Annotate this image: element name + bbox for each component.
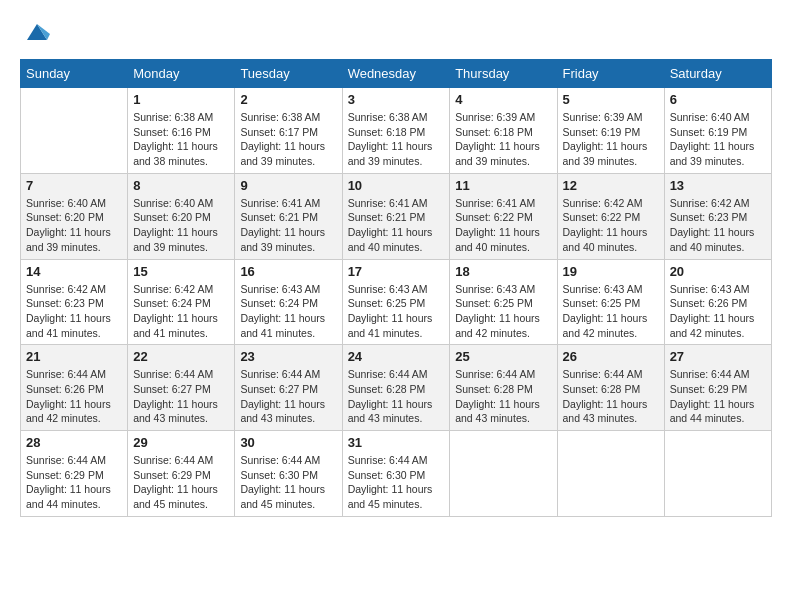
cell-info: Sunrise: 6:43 AMSunset: 6:24 PMDaylight:… [240,282,336,341]
day-number: 5 [563,92,659,107]
cell-info: Sunrise: 6:44 AMSunset: 6:28 PMDaylight:… [563,367,659,426]
column-header-tuesday: Tuesday [235,60,342,88]
column-header-monday: Monday [128,60,235,88]
cell-info: Sunrise: 6:43 AMSunset: 6:25 PMDaylight:… [455,282,551,341]
week-row-5: 28Sunrise: 6:44 AMSunset: 6:29 PMDayligh… [21,431,772,517]
day-number: 17 [348,264,445,279]
day-number: 12 [563,178,659,193]
column-header-sunday: Sunday [21,60,128,88]
cell-info: Sunrise: 6:38 AMSunset: 6:16 PMDaylight:… [133,110,229,169]
day-number: 28 [26,435,122,450]
cell-info: Sunrise: 6:43 AMSunset: 6:25 PMDaylight:… [563,282,659,341]
week-row-3: 14Sunrise: 6:42 AMSunset: 6:23 PMDayligh… [21,259,772,345]
calendar-cell [450,431,557,517]
day-number: 8 [133,178,229,193]
cell-info: Sunrise: 6:44 AMSunset: 6:27 PMDaylight:… [133,367,229,426]
calendar-cell: 21Sunrise: 6:44 AMSunset: 6:26 PMDayligh… [21,345,128,431]
calendar-cell: 17Sunrise: 6:43 AMSunset: 6:25 PMDayligh… [342,259,450,345]
cell-info: Sunrise: 6:44 AMSunset: 6:28 PMDaylight:… [348,367,445,426]
calendar-cell: 11Sunrise: 6:41 AMSunset: 6:22 PMDayligh… [450,173,557,259]
calendar-cell: 13Sunrise: 6:42 AMSunset: 6:23 PMDayligh… [664,173,771,259]
day-number: 19 [563,264,659,279]
calendar-cell: 2Sunrise: 6:38 AMSunset: 6:17 PMDaylight… [235,88,342,174]
day-number: 3 [348,92,445,107]
day-number: 13 [670,178,766,193]
cell-info: Sunrise: 6:44 AMSunset: 6:30 PMDaylight:… [348,453,445,512]
day-number: 4 [455,92,551,107]
day-number: 20 [670,264,766,279]
calendar-cell: 6Sunrise: 6:40 AMSunset: 6:19 PMDaylight… [664,88,771,174]
calendar-cell: 5Sunrise: 6:39 AMSunset: 6:19 PMDaylight… [557,88,664,174]
calendar-cell: 8Sunrise: 6:40 AMSunset: 6:20 PMDaylight… [128,173,235,259]
calendar-cell: 31Sunrise: 6:44 AMSunset: 6:30 PMDayligh… [342,431,450,517]
cell-info: Sunrise: 6:42 AMSunset: 6:22 PMDaylight:… [563,196,659,255]
column-header-friday: Friday [557,60,664,88]
calendar-cell: 3Sunrise: 6:38 AMSunset: 6:18 PMDaylight… [342,88,450,174]
page-header [20,20,772,49]
calendar-cell: 12Sunrise: 6:42 AMSunset: 6:22 PMDayligh… [557,173,664,259]
cell-info: Sunrise: 6:44 AMSunset: 6:27 PMDaylight:… [240,367,336,426]
calendar-cell: 25Sunrise: 6:44 AMSunset: 6:28 PMDayligh… [450,345,557,431]
cell-info: Sunrise: 6:42 AMSunset: 6:23 PMDaylight:… [670,196,766,255]
cell-info: Sunrise: 6:39 AMSunset: 6:18 PMDaylight:… [455,110,551,169]
calendar-cell: 1Sunrise: 6:38 AMSunset: 6:16 PMDaylight… [128,88,235,174]
cell-info: Sunrise: 6:40 AMSunset: 6:20 PMDaylight:… [26,196,122,255]
day-number: 27 [670,349,766,364]
day-number: 2 [240,92,336,107]
calendar-cell: 26Sunrise: 6:44 AMSunset: 6:28 PMDayligh… [557,345,664,431]
day-number: 7 [26,178,122,193]
day-number: 16 [240,264,336,279]
logo-icon [22,20,52,44]
cell-info: Sunrise: 6:41 AMSunset: 6:22 PMDaylight:… [455,196,551,255]
calendar-cell: 27Sunrise: 6:44 AMSunset: 6:29 PMDayligh… [664,345,771,431]
calendar-cell: 18Sunrise: 6:43 AMSunset: 6:25 PMDayligh… [450,259,557,345]
calendar-cell: 30Sunrise: 6:44 AMSunset: 6:30 PMDayligh… [235,431,342,517]
calendar-cell: 4Sunrise: 6:39 AMSunset: 6:18 PMDaylight… [450,88,557,174]
cell-info: Sunrise: 6:39 AMSunset: 6:19 PMDaylight:… [563,110,659,169]
day-number: 9 [240,178,336,193]
day-number: 15 [133,264,229,279]
week-row-4: 21Sunrise: 6:44 AMSunset: 6:26 PMDayligh… [21,345,772,431]
calendar-cell: 29Sunrise: 6:44 AMSunset: 6:29 PMDayligh… [128,431,235,517]
cell-info: Sunrise: 6:43 AMSunset: 6:26 PMDaylight:… [670,282,766,341]
column-header-thursday: Thursday [450,60,557,88]
day-number: 22 [133,349,229,364]
cell-info: Sunrise: 6:44 AMSunset: 6:26 PMDaylight:… [26,367,122,426]
calendar-cell: 15Sunrise: 6:42 AMSunset: 6:24 PMDayligh… [128,259,235,345]
calendar-cell: 20Sunrise: 6:43 AMSunset: 6:26 PMDayligh… [664,259,771,345]
logo [20,20,52,49]
cell-info: Sunrise: 6:40 AMSunset: 6:20 PMDaylight:… [133,196,229,255]
calendar-cell: 14Sunrise: 6:42 AMSunset: 6:23 PMDayligh… [21,259,128,345]
day-number: 24 [348,349,445,364]
cell-info: Sunrise: 6:44 AMSunset: 6:29 PMDaylight:… [26,453,122,512]
cell-info: Sunrise: 6:41 AMSunset: 6:21 PMDaylight:… [348,196,445,255]
day-number: 6 [670,92,766,107]
day-number: 31 [348,435,445,450]
calendar-cell [21,88,128,174]
cell-info: Sunrise: 6:44 AMSunset: 6:30 PMDaylight:… [240,453,336,512]
week-row-1: 1Sunrise: 6:38 AMSunset: 6:16 PMDaylight… [21,88,772,174]
week-row-2: 7Sunrise: 6:40 AMSunset: 6:20 PMDaylight… [21,173,772,259]
calendar-cell: 7Sunrise: 6:40 AMSunset: 6:20 PMDaylight… [21,173,128,259]
day-number: 14 [26,264,122,279]
calendar-cell [664,431,771,517]
day-number: 11 [455,178,551,193]
column-header-saturday: Saturday [664,60,771,88]
calendar-cell: 24Sunrise: 6:44 AMSunset: 6:28 PMDayligh… [342,345,450,431]
cell-info: Sunrise: 6:38 AMSunset: 6:17 PMDaylight:… [240,110,336,169]
day-number: 25 [455,349,551,364]
cell-info: Sunrise: 6:42 AMSunset: 6:24 PMDaylight:… [133,282,229,341]
cell-info: Sunrise: 6:40 AMSunset: 6:19 PMDaylight:… [670,110,766,169]
calendar-table: SundayMondayTuesdayWednesdayThursdayFrid… [20,59,772,517]
calendar-cell: 19Sunrise: 6:43 AMSunset: 6:25 PMDayligh… [557,259,664,345]
cell-info: Sunrise: 6:44 AMSunset: 6:29 PMDaylight:… [133,453,229,512]
cell-info: Sunrise: 6:44 AMSunset: 6:29 PMDaylight:… [670,367,766,426]
calendar-cell [557,431,664,517]
day-number: 29 [133,435,229,450]
day-number: 1 [133,92,229,107]
day-number: 10 [348,178,445,193]
day-number: 18 [455,264,551,279]
calendar-cell: 10Sunrise: 6:41 AMSunset: 6:21 PMDayligh… [342,173,450,259]
day-number: 23 [240,349,336,364]
calendar-cell: 16Sunrise: 6:43 AMSunset: 6:24 PMDayligh… [235,259,342,345]
